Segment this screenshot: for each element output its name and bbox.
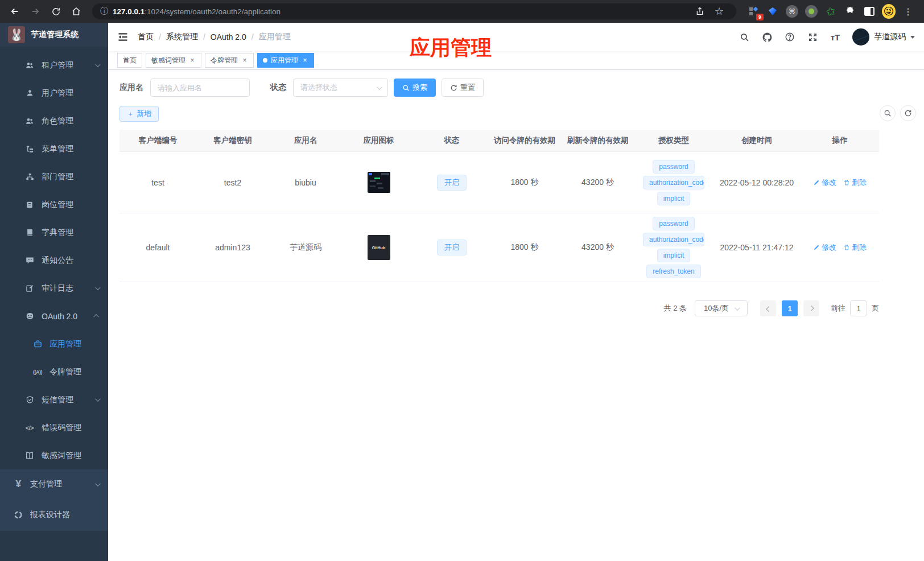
- code-icon: </>: [24, 424, 35, 431]
- sidebar-item-sensitive-word[interactable]: 敏感词管理: [0, 442, 108, 469]
- app-name-input[interactable]: [150, 79, 250, 97]
- table-row: test test2 biubiu 开启 1800 秒 43200 秒 pass…: [119, 152, 879, 213]
- active-dot-icon: [263, 58, 267, 63]
- total-count: 共 2 条: [664, 303, 687, 314]
- address-bar[interactable]: ⓘ 127.0.0.1:1024/system/oauth2/oauth2/ap…: [92, 3, 736, 19]
- side-panel-icon[interactable]: [863, 5, 876, 18]
- sidebar-item-payment[interactable]: ¥ 支付管理: [0, 469, 108, 499]
- chevron-down-icon: [95, 61, 101, 67]
- sidebar-item-tenant[interactable]: 租户管理: [0, 51, 108, 79]
- chevron-up-icon: [93, 314, 99, 320]
- page-unit-label: 页: [872, 303, 879, 314]
- pie-segments-icon: [13, 510, 23, 519]
- extension-star-icon[interactable]: ✩: [823, 3, 839, 19]
- goto-page-input[interactable]: [850, 300, 867, 316]
- breadcrumb-system[interactable]: 系统管理: [166, 32, 198, 42]
- delete-button[interactable]: 删除: [843, 242, 867, 253]
- sidebar-toggle-icon[interactable]: [117, 31, 129, 43]
- close-icon[interactable]: ×: [302, 56, 308, 64]
- prev-page-button[interactable]: [760, 300, 776, 316]
- search-button[interactable]: 搜索: [394, 79, 436, 97]
- browser-toolbar: ⓘ 127.0.0.1:1024/system/oauth2/oauth2/ap…: [0, 0, 924, 23]
- breadcrumb-home[interactable]: 首页: [138, 32, 154, 42]
- cell-grant-types: password authorization_code implicit ref…: [634, 213, 713, 282]
- filter-form: 应用名 状态 请选择状态 搜索 重置: [119, 79, 913, 97]
- help-icon[interactable]: [784, 31, 795, 43]
- sidebar-item-role[interactable]: 角色管理: [0, 107, 108, 135]
- sidebar-item-dept[interactable]: 部门管理: [0, 163, 108, 191]
- sidebar-item-notice[interactable]: 通知公告: [0, 246, 108, 274]
- sidebar-item-report-designer[interactable]: 报表设计器: [0, 499, 108, 531]
- grant-tag: password: [653, 217, 694, 230]
- sidebar-item-errcode[interactable]: </> 错误码管理: [0, 414, 108, 442]
- sidebar-item-user[interactable]: 用户管理: [0, 79, 108, 107]
- sidebar-item-dict[interactable]: 字典管理: [0, 218, 108, 246]
- cell-app-name: biubiu: [269, 175, 342, 191]
- grant-tag: refresh_token: [646, 265, 700, 278]
- refresh-table-button[interactable]: [900, 105, 916, 121]
- next-page-button[interactable]: [803, 300, 819, 316]
- close-icon[interactable]: ×: [189, 56, 196, 64]
- tab-home[interactable]: 首页: [117, 53, 142, 68]
- header-search-icon[interactable]: [739, 31, 750, 43]
- extension-grid-icon[interactable]: 9: [746, 5, 760, 18]
- browser-forward-button[interactable]: [26, 2, 44, 20]
- browser-profile-avatar[interactable]: 😜: [882, 5, 896, 18]
- delete-button[interactable]: 删除: [843, 178, 867, 188]
- extensions-puzzle-icon[interactable]: [843, 5, 857, 18]
- page-size-select[interactable]: 10条/页: [695, 300, 748, 316]
- page-number-1[interactable]: 1: [782, 300, 798, 316]
- github-icon[interactable]: [761, 31, 773, 43]
- browser-menu-icon[interactable]: ⋮: [901, 5, 915, 18]
- status-toggle[interactable]: 开启: [437, 175, 467, 191]
- edit-button[interactable]: 修改: [813, 178, 836, 188]
- close-icon[interactable]: ×: [241, 56, 248, 64]
- url-host: 127.0.0.1: [113, 7, 145, 16]
- site-info-icon[interactable]: ⓘ: [100, 6, 108, 16]
- share-icon[interactable]: [691, 2, 709, 20]
- status-label: 状态: [270, 82, 286, 93]
- tab-application[interactable]: 应用管理 ×: [257, 53, 314, 68]
- browser-home-button[interactable]: [67, 2, 85, 20]
- extension-gem-icon[interactable]: [766, 5, 779, 18]
- chevron-down-icon: [377, 84, 382, 90]
- user-menu[interactable]: 芋道源码: [852, 28, 915, 46]
- extension-recorder-icon[interactable]: [805, 5, 818, 18]
- sidebar: 🐰 芋道管理系统 租户管理 用户管理 角色管理 菜单管理: [0, 23, 108, 561]
- yen-icon: ¥: [13, 478, 23, 490]
- toggle-search-button[interactable]: [880, 105, 896, 121]
- app-icon-thumbnail: [368, 172, 390, 193]
- cell-client-id: default: [119, 240, 196, 255]
- chevron-down-icon: [95, 396, 101, 402]
- goto-label: 前往: [831, 303, 845, 314]
- status-toggle[interactable]: 开启: [437, 240, 467, 255]
- browser-back-button[interactable]: [6, 2, 24, 20]
- users-icon: [24, 117, 35, 126]
- app-icon-thumbnail: GitHub: [368, 235, 390, 260]
- sidebar-menu: 租户管理 用户管理 角色管理 菜单管理 部门管理 岗位管理: [0, 47, 108, 561]
- book-icon: [24, 228, 35, 237]
- edit-button[interactable]: 修改: [813, 242, 836, 253]
- breadcrumb-oauth[interactable]: OAuth 2.0: [211, 32, 246, 42]
- sidebar-item-oauth2[interactable]: OAuth 2.0: [0, 302, 108, 330]
- tab-token[interactable]: 令牌管理 ×: [205, 53, 254, 68]
- sidebar-item-sms[interactable]: 短信管理: [0, 386, 108, 414]
- status-select[interactable]: 请选择状态: [293, 79, 388, 97]
- font-size-icon[interactable]: ᴛT: [830, 31, 841, 43]
- app-logo-header[interactable]: 🐰 芋道管理系统: [0, 23, 108, 47]
- sidebar-item-oauth-application[interactable]: 应用管理: [0, 330, 108, 358]
- add-button[interactable]: ＋ 新增: [119, 106, 159, 122]
- sidebar-item-audit-log[interactable]: 审计日志: [0, 274, 108, 302]
- tab-sensitive-word[interactable]: 敏感词管理 ×: [146, 53, 201, 68]
- extension-command-icon[interactable]: ⌘: [785, 5, 799, 18]
- sidebar-item-menu[interactable]: 菜单管理: [0, 135, 108, 163]
- fullscreen-icon[interactable]: [807, 31, 818, 43]
- browser-reload-button[interactable]: [47, 2, 65, 20]
- sidebar-item-oauth-token[interactable]: ((A)) 令牌管理: [0, 358, 108, 386]
- bookmark-star-icon[interactable]: ☆: [710, 2, 728, 20]
- sidebar-item-post[interactable]: 岗位管理: [0, 191, 108, 218]
- token-icon: ((A)): [32, 369, 43, 375]
- username: 芋道源码: [874, 32, 906, 42]
- cell-client-id: test: [119, 175, 196, 191]
- reset-button[interactable]: 重置: [442, 79, 484, 97]
